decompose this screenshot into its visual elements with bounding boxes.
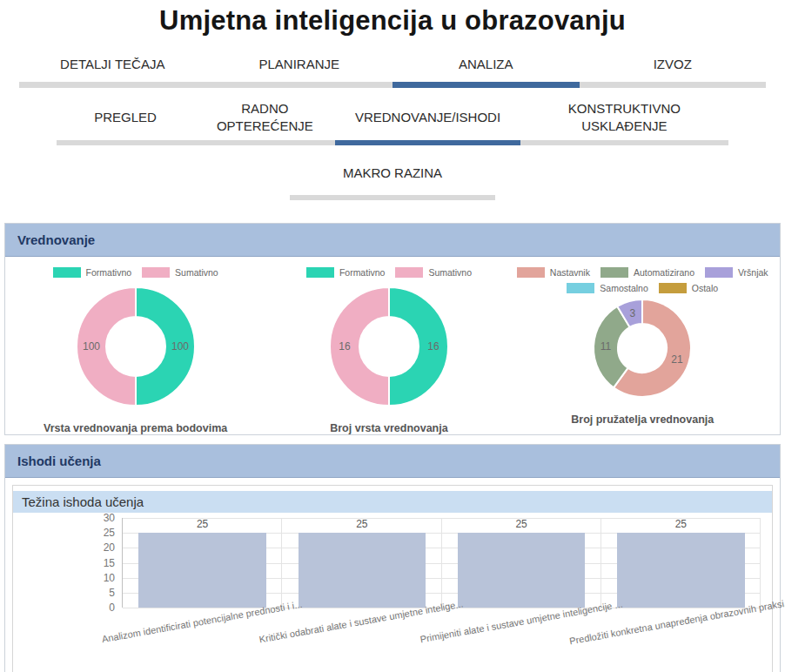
main-tab-label: PLANIRANJE xyxy=(206,49,393,82)
legend-label: Automatizirano xyxy=(634,267,694,278)
y-axis-tick-label: 15 xyxy=(104,557,115,569)
bar-value-label: 25 xyxy=(282,518,441,530)
main-tab-detalji-te-aja[interactable]: DETALJI TEČAJA xyxy=(19,49,206,88)
main-tab-underline xyxy=(206,82,393,88)
sub-tab-radno-optere-enje[interactable]: RADNO OPTEREĆENJE xyxy=(194,100,335,145)
legend-label: Nastavnik xyxy=(550,267,590,278)
slice-value-label: 100 xyxy=(83,340,100,353)
legend-swatch xyxy=(306,267,334,278)
donut-chart-title: Broj pružatelja vrednovanja xyxy=(571,407,714,426)
y-axis-tick-label: 0 xyxy=(109,601,115,614)
legend-item-ostalo[interactable]: Ostalo xyxy=(659,283,718,293)
y-axis-tick-label: 30 xyxy=(104,512,115,524)
main-tab-underline xyxy=(392,82,580,88)
sub-tab-label: VREDNOVANJE/ISHODI xyxy=(335,100,520,140)
legend-item-formativno[interactable]: Formativno xyxy=(53,267,132,278)
sub-tab-makro-razina[interactable]: MAKRO RAZINA xyxy=(290,157,495,200)
donut-charts-row: FormativnoSumativno100100Vrsta vrednovan… xyxy=(5,257,780,434)
slice-value-label: 11 xyxy=(600,340,612,353)
sub-tab-underline xyxy=(57,140,194,145)
main-tab-analiza[interactable]: ANALIZA xyxy=(392,49,580,88)
tezina-chart-title: Težina ishoda učenja xyxy=(13,491,772,513)
legend-swatch xyxy=(53,267,81,278)
legend-item-formativno[interactable]: Formativno xyxy=(306,267,386,278)
bar-category-column: 25 xyxy=(601,518,761,608)
legend-label: Ostalo xyxy=(692,283,718,293)
legend-item-nastavnik[interactable]: Nastavnik xyxy=(517,267,590,278)
main-tab-planiranje[interactable]: PLANIRANJE xyxy=(206,49,393,88)
donut-chart-broj-pru-atelja-vrednovanja: NastavnikAutomatiziranoVršnjakSamostalno… xyxy=(516,267,769,426)
legend-swatch xyxy=(659,283,687,293)
legend-item-sumativno[interactable]: Sumativno xyxy=(395,267,472,278)
main-tab-underline xyxy=(580,82,767,88)
chart-legend: NastavnikAutomatiziranoVršnjakSamostalno… xyxy=(516,267,769,293)
slice-value-label: 100 xyxy=(171,340,189,353)
bar-category-column: 25 xyxy=(442,518,601,608)
sub-tab-pregled[interactable]: PREGLED xyxy=(57,100,194,145)
legend-label: Formativno xyxy=(339,267,386,278)
y-axis-tick-label: 20 xyxy=(104,541,115,554)
bar-value-label: 25 xyxy=(123,518,282,530)
legend-item-automatizirano[interactable]: Automatizirano xyxy=(600,267,694,278)
y-axis-tick-label: 5 xyxy=(109,587,115,599)
bar-4 xyxy=(617,533,745,608)
main-tab-underline xyxy=(19,82,206,88)
legend-label: Sumativno xyxy=(428,267,472,278)
slice-value-label: 16 xyxy=(339,340,351,353)
legend-label: Formativno xyxy=(86,267,132,278)
legend-item-sumativno[interactable]: Sumativno xyxy=(142,267,218,278)
bar-chart-x-labels: Analizom identificirati potencijalne pre… xyxy=(122,608,761,653)
sub-tabs-row-1: PREGLEDRADNO OPTEREĆENJEVREDNOVANJE/ISHO… xyxy=(57,100,728,145)
slice-value-label: 21 xyxy=(671,353,683,366)
donut-chart-svg: 100100 xyxy=(70,281,201,412)
bar-2 xyxy=(299,533,426,608)
chart-legend: FormativnoSumativno xyxy=(306,267,472,278)
slice-value-label: 16 xyxy=(427,340,439,353)
donut-chart-graphic: 100100 xyxy=(70,281,201,415)
bar-value-label: 25 xyxy=(601,518,761,530)
donut-chart-graphic: 1616 xyxy=(324,281,454,415)
sub-tab-underline xyxy=(335,140,520,145)
main-tabs: DETALJI TEČAJAPLANIRANJEANALIZAIZVOZ xyxy=(19,49,766,88)
sub-tab-label: RADNO OPTEREĆENJE xyxy=(194,100,335,140)
sub-tab-label: KONSTRUKTIVNO USKLAĐENJE xyxy=(520,100,728,140)
main-tab-label: DETALJI TEČAJA xyxy=(19,49,206,82)
tezina-bar-chart: 05101520253025252525Analizom identificir… xyxy=(13,518,772,653)
legend-label: Vršnjak xyxy=(738,267,768,278)
sub-tabs: PREGLEDRADNO OPTEREĆENJEVREDNOVANJE/ISHO… xyxy=(57,100,728,200)
donut-chart-graphic: 21113 xyxy=(591,297,694,403)
ishodi-section: Ishodi učenja Težina ishoda učenja 05101… xyxy=(4,444,781,672)
pie-slice-formativno xyxy=(389,287,448,406)
main-tab-label: ANALIZA xyxy=(392,49,580,82)
legend-label: Samostalno xyxy=(600,283,647,293)
donut-chart-title: Vrsta vrednovanja prema bodovima xyxy=(44,415,227,434)
legend-item-samostalno[interactable]: Samostalno xyxy=(567,283,647,293)
legend-swatch xyxy=(705,267,733,278)
vrednovanje-section: Vrednovanje FormativnoSumativno100100Vrs… xyxy=(4,223,781,435)
vertical-gridline xyxy=(760,518,761,608)
vrednovanje-section-header: Vrednovanje xyxy=(5,224,780,257)
donut-chart-svg: 21113 xyxy=(591,297,694,400)
bar-3 xyxy=(458,533,586,608)
legend-swatch xyxy=(142,267,170,278)
legend-label: Sumativno xyxy=(175,267,218,278)
bar-category-column: 25 xyxy=(123,518,282,608)
sub-tab-vrednovanje-ishodi[interactable]: VREDNOVANJE/ISHODI xyxy=(335,100,520,145)
sub-tab-konstruktivno-uskla-enje[interactable]: KONSTRUKTIVNO USKLAĐENJE xyxy=(520,100,728,145)
main-tab-label: IZVOZ xyxy=(580,49,767,82)
main-tab-izvoz[interactable]: IZVOZ xyxy=(580,49,767,88)
ishodi-section-body: Težina ishoda učenja 0510152025302525252… xyxy=(5,478,780,672)
legend-swatch xyxy=(600,267,628,278)
legend-swatch xyxy=(567,283,594,293)
slice-value-label: 3 xyxy=(630,307,636,319)
sub-tab-label: MAKRO RAZINA xyxy=(290,157,495,195)
page-title: Umjetna inteligencija u obrazovanju xyxy=(0,5,785,37)
bar-chart-plot-area: 05101520253025252525 xyxy=(122,518,761,608)
bar-value-label: 25 xyxy=(442,518,601,530)
sub-tab-underline xyxy=(520,140,728,145)
sub-tab-underline xyxy=(290,195,495,200)
legend-swatch xyxy=(395,267,423,278)
donut-chart-vrsta-vrednovanja-prema-bodovima: FormativnoSumativno100100Vrsta vrednovan… xyxy=(9,267,262,426)
legend-item-vr-njak[interactable]: Vršnjak xyxy=(705,267,768,278)
sub-tabs-row-2: MAKRO RAZINA xyxy=(57,157,728,200)
